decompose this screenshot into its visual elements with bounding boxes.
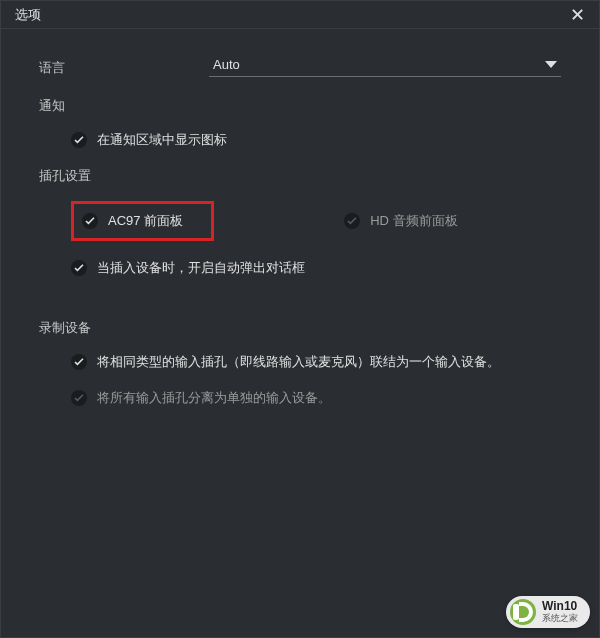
option-separate-inputs[interactable]: 将所有输入插孔分离为单独的输入设备。 <box>71 389 561 407</box>
options-window: 选项 ✕ 语言 Auto 通知 在通知区域中显示图标 插孔设置 AC97 前面板 <box>0 0 600 638</box>
close-icon[interactable]: ✕ <box>566 4 589 26</box>
language-label: 语言 <box>39 59 209 77</box>
language-select[interactable]: Auto <box>209 55 561 77</box>
highlight-box: AC97 前面板 <box>71 201 214 241</box>
watermark-text: Win10 系统之家 <box>542 600 578 623</box>
option-label: 在通知区域中显示图标 <box>97 131 227 149</box>
option-label: HD 音频前面板 <box>370 212 457 230</box>
checkmark-icon <box>71 260 87 276</box>
recording-section-label: 录制设备 <box>39 319 561 337</box>
checkmark-icon <box>71 390 87 406</box>
titlebar[interactable]: 选项 ✕ <box>1 1 599 29</box>
option-auto-popup[interactable]: 当插入设备时，开启自动弹出对话框 <box>71 259 561 277</box>
chevron-down-icon <box>545 61 557 68</box>
language-row: 语言 Auto <box>39 53 561 77</box>
option-label: 将相同类型的输入插孔（即线路输入或麦克风）联结为一个输入设备。 <box>97 353 500 371</box>
content-area: 语言 Auto 通知 在通知区域中显示图标 插孔设置 AC97 前面板 <box>1 29 599 407</box>
watermark-logo-icon <box>510 599 536 625</box>
language-value: Auto <box>213 57 240 72</box>
option-show-tray-icon[interactable]: 在通知区域中显示图标 <box>71 131 561 149</box>
option-label: 当插入设备时，开启自动弹出对话框 <box>97 259 305 277</box>
option-hd-audio[interactable]: HD 音频前面板 <box>344 212 457 230</box>
option-combine-inputs[interactable]: 将相同类型的输入插孔（即线路输入或麦克风）联结为一个输入设备。 <box>71 353 561 371</box>
option-ac97[interactable]: AC97 前面板 <box>108 212 183 230</box>
jack-section-label: 插孔设置 <box>39 167 561 185</box>
checkmark-icon <box>344 213 360 229</box>
option-label: 将所有输入插孔分离为单独的输入设备。 <box>97 389 331 407</box>
checkmark-icon <box>71 132 87 148</box>
watermark-line2: 系统之家 <box>542 614 578 624</box>
checkmark-icon[interactable] <box>82 213 98 229</box>
watermark: Win10 系统之家 <box>506 596 590 628</box>
checkmark-icon <box>71 354 87 370</box>
watermark-line1: Win10 <box>542 600 578 613</box>
window-title: 选项 <box>15 6 41 24</box>
jack-panel-row: AC97 前面板 HD 音频前面板 <box>71 201 561 241</box>
notification-section-label: 通知 <box>39 97 561 115</box>
